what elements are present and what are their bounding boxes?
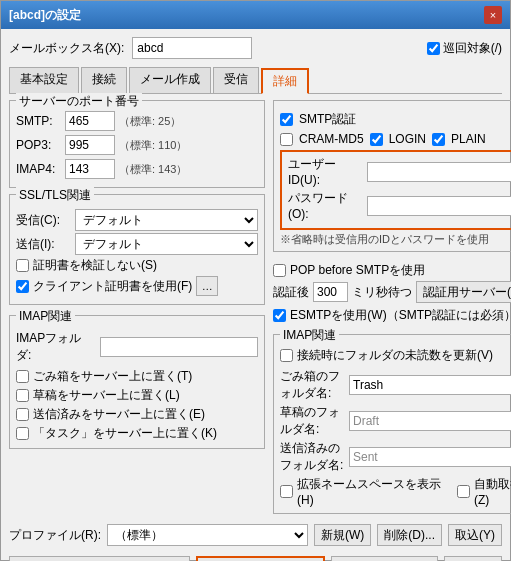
smtp-auth-label: SMTP認証	[299, 111, 356, 128]
namespace-label: 拡張ネームスペースを表示(H)	[297, 476, 447, 507]
user-id-box: ユーザーID(U): パスワード(O):	[280, 150, 511, 230]
smtp-auth-checkbox[interactable]	[280, 113, 293, 126]
help-button[interactable]: ヘルプ	[444, 556, 502, 561]
profile-select[interactable]: （標準）	[107, 524, 308, 546]
pop-before-section: POP before SMTPを使用 認証後 ミリ秒待つ 認証用サーバー(A) …	[273, 258, 511, 328]
draft-folder-row: 草稿のフォルダ名:	[280, 404, 511, 438]
esmtp-checkbox[interactable]	[273, 309, 286, 322]
receive-ssl-select[interactable]: デフォルト SSL/TLS STARTTLS なし	[75, 209, 258, 231]
right-imap-title: IMAP関連	[280, 327, 339, 344]
right-col-rows: ごみ箱のフォルダ名: 草稿のフォルダ名: 送信済みのフォルダ名:	[280, 368, 511, 507]
sent-folder-label: 送信済みのフォルダ名:	[280, 440, 345, 474]
profile-import-button[interactable]: 取込(Y)	[448, 524, 502, 546]
close-button[interactable]: ×	[484, 6, 502, 24]
sent-folder-input[interactable]	[349, 447, 511, 467]
mailbox-label: メールボックス名(X):	[9, 40, 124, 57]
trash-check-label: ごみ箱をサーバー上に置く(T)	[33, 368, 192, 385]
client-cert-checkbox[interactable]	[16, 280, 29, 293]
tab-receive[interactable]: 受信	[213, 67, 259, 93]
pop3-row: POP3: （標準: 110）	[16, 135, 258, 155]
right-panel: SMTP認証 CRAM-MD5 LOGIN PLAIN ユーザーID(U):	[273, 100, 511, 514]
tab-compose[interactable]: メール作成	[129, 67, 211, 93]
trash-folder-label: ごみ箱のフォルダ名:	[280, 368, 345, 402]
no-cert-row: 証明書を検証しない(S)	[16, 257, 258, 274]
password-input[interactable]	[367, 196, 511, 216]
tab-basic[interactable]: 基本設定	[9, 67, 79, 93]
client-cert-dots-button[interactable]: …	[196, 276, 218, 296]
sent-folder-row: 送信済みのフォルダ名:	[280, 440, 511, 474]
smtp-input[interactable]	[65, 111, 115, 131]
ok-button[interactable]: OK	[196, 556, 325, 561]
pop-before-label: POP before SMTPを使用	[290, 262, 425, 279]
user-id-row: ユーザーID(U):	[288, 156, 511, 187]
password-row: パスワード(O):	[288, 190, 511, 221]
task-checkbox[interactable]	[16, 427, 29, 440]
sent-checkbox[interactable]	[16, 408, 29, 421]
no-cert-checkbox[interactable]	[16, 259, 29, 272]
imap-folder-label: IMAPフォルダ:	[16, 330, 96, 364]
receive-ssl-label: 受信(C):	[16, 212, 71, 229]
title-bar: [abcd]の設定 ×	[1, 1, 510, 29]
user-id-label: ユーザーID(U):	[288, 156, 363, 187]
tab-detail[interactable]: 詳細	[261, 68, 309, 94]
user-id-input[interactable]	[367, 162, 511, 182]
imap-folder-input[interactable]	[100, 337, 258, 357]
namespace-checkbox[interactable]	[280, 485, 293, 498]
circular-checkbox[interactable]	[427, 42, 440, 55]
circular-check-row: 巡回対象(/)	[427, 40, 502, 57]
auto-get-checkbox[interactable]	[457, 485, 470, 498]
smtp-auth-box: SMTP認証 CRAM-MD5 LOGIN PLAIN ユーザーID(U):	[273, 100, 511, 252]
auto-get-label: 自動取得(Z)	[474, 476, 511, 507]
auth-ms-input[interactable]	[313, 282, 348, 302]
auth-server-button[interactable]: 認証用サーバー(A)	[416, 281, 511, 303]
pop-before-checkbox[interactable]	[273, 264, 286, 277]
profile-row: プロファイル(R): （標準） 新規(W) 削除(D)... 取込(Y)	[9, 524, 502, 546]
cancel-button[interactable]: キャンセル	[331, 556, 438, 561]
imap4-input[interactable]	[65, 159, 115, 179]
imap-check-rows: ごみ箱をサーバー上に置く(T) 草稿をサーバー上に置く(L) 送信済みをサーバー…	[16, 368, 258, 442]
window: [abcd]の設定 × メールボックス名(X): 巡回対象(/) 基本設定 接続…	[0, 0, 511, 561]
login-label: LOGIN	[389, 132, 426, 146]
right-imap-section: IMAP関連 接続時にフォルダの未読数を更新(V) ごみ箱のフォルダ名:	[273, 334, 511, 514]
circular-label: 巡回対象(/)	[443, 40, 502, 57]
send-ssl-select[interactable]: デフォルト SSL/TLS STARTTLS なし	[75, 233, 258, 255]
left-panel: サーバーのポート番号 SMTP: （標準: 25） POP3: （標準: 110…	[9, 100, 265, 514]
draft-checkbox[interactable]	[16, 389, 29, 402]
plain-checkbox[interactable]	[432, 133, 445, 146]
mailbox-input[interactable]	[132, 37, 252, 59]
auth-after-label: 認証後	[273, 284, 309, 301]
draft-folder-input[interactable]	[349, 411, 511, 431]
namespace-row: 拡張ネームスペースを表示(H) 自動取得(Z)	[280, 476, 511, 507]
sent-check-row: 送信済みをサーバー上に置く(E)	[16, 406, 258, 423]
profile-delete-button[interactable]: 削除(D)...	[377, 524, 442, 546]
cram-checkbox[interactable]	[280, 133, 293, 146]
profile-new-button[interactable]: 新規(W)	[314, 524, 371, 546]
receive-ssl-row: 受信(C): デフォルト SSL/TLS STARTTLS なし	[16, 209, 258, 231]
smtp-row: SMTP: （標準: 25）	[16, 111, 258, 131]
global-profile-button[interactable]: グローバルプロファイル(G)...	[9, 556, 190, 561]
login-checkbox[interactable]	[370, 133, 383, 146]
client-cert-label: クライアント証明書を使用(F)	[33, 278, 192, 295]
trash-folder-row: ごみ箱のフォルダ名:	[280, 368, 511, 402]
window-title: [abcd]の設定	[9, 7, 81, 24]
tab-bar: 基本設定 接続 メール作成 受信 詳細	[9, 67, 502, 94]
profile-label: プロファイル(R):	[9, 527, 101, 544]
trash-folder-input[interactable]	[349, 375, 511, 395]
imap4-default: （標準: 143）	[119, 162, 187, 177]
client-cert-row: クライアント証明書を使用(F) …	[16, 276, 258, 296]
pop3-input[interactable]	[65, 135, 115, 155]
cram-label: CRAM-MD5	[299, 132, 364, 146]
pop3-default: （標準: 110）	[119, 138, 187, 153]
draft-check-label: 草稿をサーバー上に置く(L)	[33, 387, 180, 404]
trash-check-row: ごみ箱をサーバー上に置く(T)	[16, 368, 258, 385]
trash-checkbox[interactable]	[16, 370, 29, 383]
send-ssl-row: 送信(I): デフォルト SSL/TLS STARTTLS なし	[16, 233, 258, 255]
tab-connect[interactable]: 接続	[81, 67, 127, 93]
update-check-row: 接続時にフォルダの未読数を更新(V)	[280, 347, 511, 364]
ssl-section-title: SSL/TLS関連	[16, 187, 94, 204]
port-section-title: サーバーのポート番号	[16, 93, 142, 110]
smtp-auth-row: SMTP認証	[280, 111, 511, 128]
imap-folder-row: IMAPフォルダ:	[16, 330, 258, 364]
update-check-checkbox[interactable]	[280, 349, 293, 362]
task-check-label: 「タスク」をサーバー上に置く(K)	[33, 425, 217, 442]
